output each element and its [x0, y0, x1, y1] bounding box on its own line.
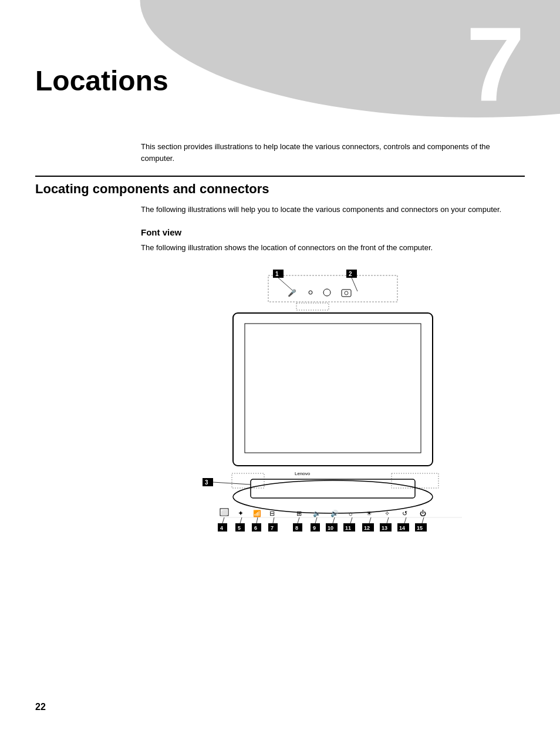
svg-text:5: 5: [238, 525, 241, 531]
svg-point-18: [233, 480, 433, 513]
svg-text:13: 13: [382, 525, 387, 531]
svg-line-67: [333, 517, 335, 523]
header: 7 Locations: [0, 0, 560, 129]
svg-text:✧: ✧: [384, 510, 390, 517]
svg-text:7: 7: [271, 525, 274, 531]
svg-rect-13: [233, 313, 433, 466]
svg-rect-12: [296, 303, 329, 310]
section-heading: Locating components and connectors: [35, 176, 525, 197]
svg-text:⏻: ⏻: [420, 510, 426, 517]
subsection-title: Font view: [141, 227, 525, 237]
svg-text:9: 9: [313, 525, 316, 531]
svg-text:Lenovo: Lenovo: [295, 471, 311, 476]
svg-text:↺: ↺: [402, 510, 407, 517]
content-area: This section provides illustrations to h…: [0, 129, 560, 584]
svg-text:3: 3: [205, 479, 208, 486]
svg-text:⬜: ⬜: [221, 509, 228, 516]
page-number: 22: [35, 702, 46, 712]
svg-line-70: [387, 517, 389, 523]
svg-text:10: 10: [328, 525, 333, 531]
svg-text:🔈: 🔈: [313, 509, 321, 517]
svg-point-9: [323, 289, 330, 296]
svg-text:4: 4: [220, 525, 223, 531]
svg-text:🎤: 🎤: [288, 288, 296, 297]
svg-text:⊞: ⊞: [296, 510, 302, 517]
chapter-title: Locations: [35, 65, 168, 97]
svg-text:2: 2: [349, 271, 352, 277]
computer-illustration: 1 2 🎤: [180, 265, 485, 561]
svg-point-11: [345, 291, 348, 295]
chapter-number: 7: [466, 12, 525, 117]
intro-text: This section provides illustrations to h…: [141, 141, 525, 164]
svg-line-68: [350, 517, 352, 523]
svg-line-72: [422, 517, 424, 523]
svg-line-64: [273, 517, 274, 523]
section-description: The following illustrations will help yo…: [141, 204, 525, 216]
svg-line-69: [369, 517, 371, 523]
svg-line-6: [352, 278, 357, 291]
svg-line-63: [257, 517, 258, 523]
svg-text:15: 15: [417, 525, 423, 531]
svg-rect-14: [245, 324, 421, 453]
svg-text:6: 6: [254, 525, 257, 531]
svg-point-8: [309, 291, 312, 294]
svg-text:12: 12: [364, 525, 370, 531]
svg-text:8: 8: [295, 525, 298, 531]
svg-text:☼: ☼: [348, 510, 353, 517]
svg-text:1: 1: [275, 271, 279, 277]
subsection-description: The following illustration shows the loc…: [141, 242, 525, 254]
section-title: Locating components and connectors: [35, 181, 525, 197]
svg-line-61: [222, 517, 224, 523]
svg-line-66: [315, 517, 317, 523]
svg-text:🔊: 🔊: [330, 509, 339, 517]
svg-text:📶: 📶: [253, 509, 261, 517]
svg-rect-19: [251, 479, 415, 498]
svg-line-62: [240, 517, 242, 523]
svg-text:11: 11: [345, 525, 351, 531]
illustration-svg: 1 2 🎤: [180, 265, 485, 559]
svg-text:⊟: ⊟: [269, 510, 275, 517]
svg-text:14: 14: [399, 525, 405, 531]
svg-text:☀: ☀: [366, 510, 372, 517]
svg-rect-10: [342, 290, 351, 297]
svg-text:✦: ✦: [238, 509, 244, 517]
section-body: The following illustrations will help yo…: [141, 204, 525, 561]
svg-line-65: [298, 517, 299, 523]
svg-line-71: [404, 517, 406, 523]
